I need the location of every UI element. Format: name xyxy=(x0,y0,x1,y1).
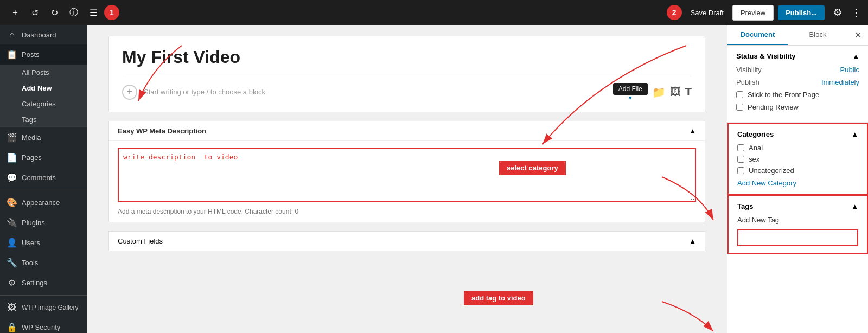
tags-input[interactable] xyxy=(737,229,858,246)
block-placeholder-text: Start writing or type / to choose a bloc… xyxy=(144,88,265,96)
text-icon[interactable]: T xyxy=(685,86,692,98)
categories-section: Categories ▲ Anal sex Uncategorized xyxy=(727,123,868,195)
pending-review-row: Pending Review xyxy=(736,103,859,111)
sidebar-item-comments[interactable]: 💬 Comments xyxy=(0,168,87,188)
publish-label: Publish xyxy=(736,78,760,86)
publish-value[interactable]: Immediately xyxy=(821,78,859,86)
categories-title: Categories xyxy=(737,130,774,138)
tab-document[interactable]: Document xyxy=(727,25,788,45)
status-visibility-section: Status & Visibility ▲ Visibility Public … xyxy=(727,46,868,123)
media-icon: 🎬 xyxy=(7,132,17,143)
appearance-icon: 🎨 xyxy=(7,197,17,208)
custom-fields-collapse-icon: ▲ xyxy=(689,237,696,245)
sidebar-subitem-tags[interactable]: Tags xyxy=(0,112,87,127)
sidebar-subitem-all-posts[interactable]: All Posts xyxy=(0,65,87,80)
info-btn[interactable]: ⓘ xyxy=(65,4,82,21)
settings-btn[interactable]: ⚙ xyxy=(829,4,846,21)
tab-block[interactable]: Block xyxy=(788,25,848,45)
meta-collapse-icon: ▲ xyxy=(689,127,696,135)
post-title[interactable]: My First Video xyxy=(122,47,692,67)
stick-front-page-checkbox[interactable] xyxy=(736,91,743,98)
preview-btn[interactable]: Preview xyxy=(732,5,774,21)
more-options-btn[interactable]: ⋮ xyxy=(851,6,861,19)
sidebar-item-pages[interactable]: 📄 Pages xyxy=(0,148,87,168)
step-2-circle: 2 xyxy=(667,5,682,20)
save-draft-btn[interactable]: Save Draft xyxy=(686,7,728,19)
plugins-icon: 🔌 xyxy=(7,217,17,228)
add-block-toolbar-btn[interactable]: ＋ xyxy=(7,4,24,21)
content-wrapper: My First Video + Start writing or type /… xyxy=(87,25,868,333)
add-block-inline-btn[interactable]: + xyxy=(122,85,137,100)
panel-close-btn[interactable]: ✕ xyxy=(848,25,868,44)
add-file-tooltip: Add File xyxy=(613,83,648,95)
panel-tabs: Document Block ✕ xyxy=(727,25,868,46)
category-item-sex: sex xyxy=(737,155,858,163)
step-1-circle: 1 xyxy=(104,5,119,20)
status-visibility-collapse: ▲ xyxy=(852,52,859,60)
tools-icon: 🔧 xyxy=(7,258,17,268)
sidebar-subitem-categories[interactable]: Categories xyxy=(0,96,87,112)
custom-fields-header[interactable]: Custom Fields ▲ xyxy=(109,232,705,251)
sidebar-divider-2 xyxy=(0,295,87,296)
publish-row: Publish Immediately xyxy=(736,78,859,86)
image-icon[interactable]: 🖼 xyxy=(670,86,681,98)
sidebar: ⌂ Dashboard 📋 Posts All Posts Add New Ca… xyxy=(0,25,87,333)
add-tag-label: add tag to video xyxy=(465,292,532,304)
sidebar-item-posts[interactable]: 📋 Posts xyxy=(0,44,87,65)
meta-description-section: Easy WP Meta Description ▲ Add a meta de… xyxy=(108,121,705,222)
custom-fields-title: Custom Fields xyxy=(118,237,163,245)
select-category-annotation: select category xyxy=(499,161,566,175)
select-category-label: select category xyxy=(500,162,565,174)
category-checkbox-uncategorized[interactable] xyxy=(737,167,744,174)
category-checkbox-anal[interactable] xyxy=(737,144,744,151)
sidebar-subitem-add-new[interactable]: Add New xyxy=(0,80,87,96)
sidebar-item-users[interactable]: 👤 Users xyxy=(0,233,87,253)
content-area: My First Video + Start writing or type /… xyxy=(87,25,727,333)
sidebar-item-media[interactable]: 🎬 Media xyxy=(0,127,87,148)
custom-fields-section: Custom Fields ▲ xyxy=(108,231,705,251)
category-checkbox-sex[interactable] xyxy=(737,156,744,163)
tags-title: Tags xyxy=(737,202,753,210)
publish-btn[interactable]: Publish... xyxy=(778,5,825,20)
visibility-label: Visibility xyxy=(736,66,762,74)
categories-collapse: ▲ xyxy=(851,130,858,138)
list-view-btn[interactable]: ☰ xyxy=(85,4,102,21)
sidebar-item-settings[interactable]: ⚙ Settings xyxy=(0,273,87,293)
category-label-anal: Anal xyxy=(749,144,763,152)
meta-header[interactable]: Easy WP Meta Description ▲ xyxy=(109,121,705,141)
pending-review-label: Pending Review xyxy=(748,103,799,111)
top-bar: ＋ ↺ ↻ ⓘ ☰ 1 2 Save Draft Preview Publish… xyxy=(0,0,868,25)
sidebar-divider-1 xyxy=(0,190,87,190)
sidebar-item-dashboard[interactable]: ⌂ Dashboard xyxy=(0,25,87,44)
category-label-sex: sex xyxy=(749,155,760,163)
toolbar-right: 2 Save Draft Preview Publish... ⚙ ⋮ xyxy=(667,4,861,21)
sidebar-item-wtp[interactable]: 🖼 WTP Image Gallery xyxy=(0,298,87,317)
sidebar-item-tools[interactable]: 🔧 Tools xyxy=(0,253,87,273)
category-item-anal: Anal xyxy=(737,144,858,152)
redo-btn[interactable]: ↻ xyxy=(46,4,63,21)
status-visibility-title: Status & Visibility xyxy=(736,52,796,60)
meta-body: Add a meta description to your HTML code… xyxy=(109,141,705,222)
categories-header[interactable]: Categories ▲ xyxy=(737,130,858,138)
visibility-value[interactable]: Public xyxy=(840,66,859,74)
undo-btn[interactable]: ↺ xyxy=(26,4,43,21)
category-item-uncategorized: Uncategorized xyxy=(737,166,858,175)
sidebar-item-wp-security[interactable]: 🔒 WP Security xyxy=(0,317,87,333)
gallery-icon[interactable]: 📁 xyxy=(652,86,666,99)
dashboard-icon: ⌂ xyxy=(7,30,17,40)
pending-review-checkbox[interactable] xyxy=(736,104,743,111)
sidebar-item-plugins[interactable]: 🔌 Plugins xyxy=(0,213,87,233)
add-tag-annotation: add tag to video xyxy=(464,291,533,305)
tags-header[interactable]: Tags ▲ xyxy=(737,202,858,210)
categories-list: Anal sex Uncategorized xyxy=(737,144,858,175)
sidebar-item-appearance[interactable]: 🎨 Appearance xyxy=(0,193,87,213)
add-new-category-link[interactable]: Add New Category xyxy=(737,179,858,187)
visibility-row: Visibility Public xyxy=(736,66,859,74)
category-label-uncategorized: Uncategorized xyxy=(749,166,794,175)
wp-security-icon: 🔒 xyxy=(7,322,17,332)
editor-container: My First Video + Start writing or type /… xyxy=(108,36,705,112)
description-textarea[interactable] xyxy=(118,148,696,202)
status-visibility-header[interactable]: Status & Visibility ▲ xyxy=(736,52,859,60)
tags-add-label: Add New Tag xyxy=(737,216,858,224)
meta-footer-text: Add a meta description to your HTML code… xyxy=(118,208,696,215)
